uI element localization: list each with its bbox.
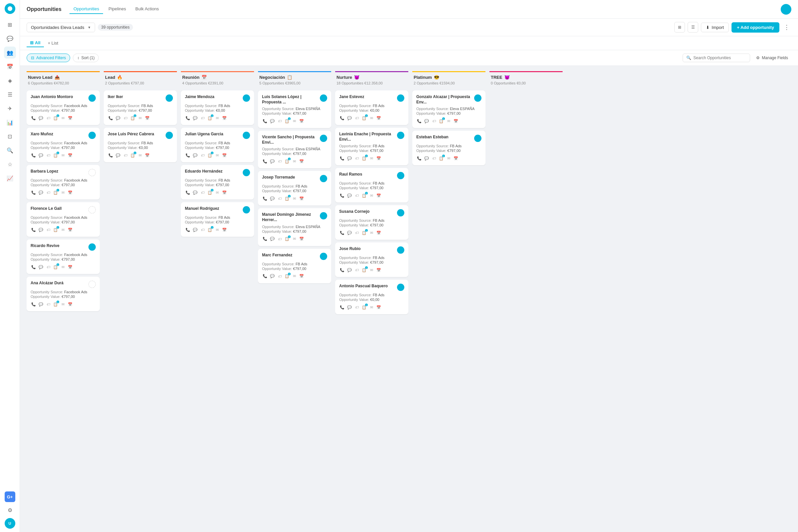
- message-icon[interactable]: 💬: [346, 115, 353, 121]
- sidebar-gplus[interactable]: G+: [5, 491, 15, 502]
- tasks-icon[interactable]: 📋 1: [284, 273, 290, 279]
- email-icon[interactable]: ✉: [60, 264, 66, 270]
- sidebar-icon-chat[interactable]: 💬: [4, 33, 16, 44]
- tag-icon[interactable]: 🏷: [45, 227, 51, 233]
- tag-icon[interactable]: 🏷: [200, 227, 206, 233]
- opportunity-card[interactable]: Florence Le Gall Opportunity Source: Fac…: [26, 202, 100, 237]
- calendar-icon[interactable]: 📅: [67, 264, 73, 270]
- tag-icon[interactable]: 🏷: [354, 304, 360, 310]
- phone-icon[interactable]: 📞: [262, 236, 268, 242]
- search-input[interactable]: [693, 56, 746, 60]
- nav-bulk-actions[interactable]: Bulk Actions: [131, 4, 163, 14]
- calendar-icon[interactable]: 📅: [67, 152, 73, 158]
- phone-icon[interactable]: 📞: [185, 115, 191, 121]
- email-icon[interactable]: ✉: [368, 115, 374, 121]
- user-avatar[interactable]: [781, 4, 791, 15]
- opportunity-card[interactable]: Barbara Lopez Opportunity Source: Facebo…: [26, 165, 100, 200]
- email-icon[interactable]: ✉: [60, 115, 66, 121]
- tasks-icon[interactable]: 📋 1: [53, 301, 58, 307]
- email-icon[interactable]: ✉: [60, 152, 66, 158]
- tasks-icon[interactable]: 📋 1: [207, 227, 213, 233]
- tag-icon[interactable]: 🏷: [431, 118, 437, 124]
- tasks-icon[interactable]: 📋 1: [361, 267, 367, 273]
- sidebar-icon-send[interactable]: ✈: [4, 102, 16, 114]
- email-icon[interactable]: ✉: [214, 115, 220, 121]
- calendar-icon[interactable]: 📅: [376, 267, 382, 273]
- tasks-icon[interactable]: 📋 1: [130, 115, 136, 121]
- phone-icon[interactable]: 📞: [31, 190, 37, 195]
- calendar-icon[interactable]: 📅: [144, 152, 150, 158]
- sidebar-icon-calendar[interactable]: 📅: [4, 60, 16, 73]
- calendar-icon[interactable]: 📅: [222, 227, 227, 233]
- advanced-filters-button[interactable]: ⊟ Advanced Filters: [26, 54, 70, 62]
- tag-icon[interactable]: 🏷: [354, 230, 360, 236]
- phone-icon[interactable]: 📞: [108, 152, 114, 158]
- email-icon[interactable]: ✉: [368, 267, 374, 273]
- opportunity-card[interactable]: Eduardo Hernández Opportunity Source: FB…: [181, 165, 254, 200]
- phone-icon[interactable]: 📞: [31, 227, 37, 233]
- tasks-icon[interactable]: 📋 1: [284, 118, 290, 124]
- opportunity-card[interactable]: Iker Iker Opportunity Source: FB Ads Opp…: [104, 91, 177, 125]
- email-icon[interactable]: ✉: [60, 190, 66, 195]
- tasks-icon[interactable]: 📋 1: [361, 304, 367, 310]
- tag-icon[interactable]: 🏷: [45, 190, 51, 195]
- list-view-button[interactable]: ☰: [688, 22, 698, 33]
- tag-icon[interactable]: 🏷: [277, 158, 283, 164]
- sidebar-icon-opportunities[interactable]: ◈: [4, 75, 16, 87]
- sidebar-icon-chart[interactable]: 📊: [4, 116, 16, 128]
- calendar-icon[interactable]: 📅: [376, 115, 382, 121]
- message-icon[interactable]: 💬: [115, 152, 121, 158]
- tab-all[interactable]: ⊞ All: [26, 39, 44, 47]
- calendar-icon[interactable]: 📅: [144, 115, 150, 121]
- phone-icon[interactable]: 📞: [262, 158, 268, 164]
- opportunity-card[interactable]: Lavinia Enache | Propuesta Envi... Oppor…: [335, 128, 408, 165]
- tag-icon[interactable]: 🏷: [277, 236, 283, 242]
- opportunity-card[interactable]: Jose Luis Pérez Cabrera Opportunity Sour…: [104, 128, 177, 162]
- tag-icon[interactable]: 🏷: [277, 195, 283, 202]
- calendar-icon[interactable]: 📅: [67, 115, 73, 121]
- phone-icon[interactable]: 📞: [185, 227, 191, 233]
- email-icon[interactable]: ✉: [291, 118, 297, 124]
- tag-icon[interactable]: 🏷: [45, 152, 51, 158]
- sidebar-icon-star[interactable]: ☆: [4, 158, 16, 170]
- pipeline-select[interactable]: Oportunidades Eleva Leads ▼: [26, 23, 95, 32]
- tasks-icon[interactable]: 📋 1: [207, 115, 213, 121]
- email-icon[interactable]: ✉: [137, 115, 143, 121]
- email-icon[interactable]: ✉: [214, 152, 220, 158]
- message-icon[interactable]: 💬: [346, 192, 353, 198]
- calendar-icon[interactable]: 📅: [299, 118, 305, 124]
- sidebar-avatar[interactable]: U: [5, 518, 15, 529]
- message-icon[interactable]: 💬: [192, 190, 198, 195]
- phone-icon[interactable]: 📞: [31, 115, 37, 121]
- tag-icon[interactable]: 🏷: [354, 267, 360, 273]
- email-icon[interactable]: ✉: [291, 236, 297, 242]
- sidebar-icon-grid[interactable]: ⊞: [4, 19, 16, 31]
- tag-icon[interactable]: 🏷: [45, 115, 51, 121]
- calendar-icon[interactable]: 📅: [376, 192, 382, 198]
- email-icon[interactable]: ✉: [214, 190, 220, 195]
- opportunity-card[interactable]: Esteban Esteban Opportunity Source: FB A…: [412, 131, 486, 165]
- manage-fields-button[interactable]: ⚙ Manage Fields: [753, 54, 791, 62]
- email-icon[interactable]: ✉: [445, 118, 452, 124]
- calendar-icon[interactable]: 📅: [222, 190, 227, 195]
- nav-pipelines[interactable]: Pipelines: [104, 4, 130, 14]
- tasks-icon[interactable]: 📋 1: [284, 158, 290, 164]
- message-icon[interactable]: 💬: [346, 155, 353, 161]
- calendar-icon[interactable]: 📅: [453, 155, 459, 161]
- add-opportunity-button[interactable]: + Add opportunity: [732, 22, 779, 33]
- phone-icon[interactable]: 📞: [31, 152, 37, 158]
- calendar-icon[interactable]: 📅: [376, 304, 382, 310]
- tag-icon[interactable]: 🏷: [122, 152, 128, 158]
- sidebar-icon-contacts[interactable]: 👥: [4, 46, 16, 58]
- sidebar-icon-list[interactable]: ☰: [4, 89, 16, 100]
- tasks-icon[interactable]: 📋 1: [53, 227, 58, 233]
- phone-icon[interactable]: 📞: [185, 152, 191, 158]
- message-icon[interactable]: 💬: [115, 115, 121, 121]
- phone-icon[interactable]: 📞: [416, 155, 422, 161]
- email-icon[interactable]: ✉: [368, 304, 374, 310]
- sidebar-icon-table[interactable]: ⊡: [4, 130, 16, 142]
- opportunity-card[interactable]: Vicente Sancho | Propuesta Envi... Oppor…: [258, 131, 331, 168]
- calendar-icon[interactable]: 📅: [299, 158, 305, 164]
- opportunity-card[interactable]: Marc Fernandez Opportunity Source: FB Ad…: [258, 249, 331, 283]
- calendar-icon[interactable]: 📅: [299, 195, 305, 202]
